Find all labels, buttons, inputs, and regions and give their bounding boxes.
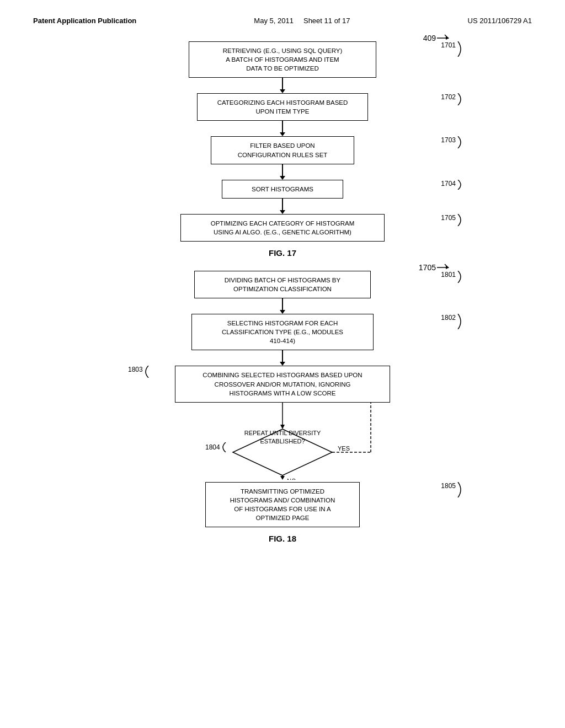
svg-text:YES: YES [338, 445, 350, 452]
step-row-1801: DIVIDING BATCH OF HISTOGRAMS BYOPTIMIZAT… [128, 271, 437, 298]
fig18-container: 1705 DIVIDING BATCH OF HISTOGRAMS BYOPTI… [128, 271, 437, 527]
header: Patent Application Publication May 5, 20… [33, 17, 532, 25]
svg-marker-12 [280, 476, 285, 480]
step-num-1701: 1701 [441, 41, 465, 57]
header-date: May 5, 2011 Sheet 11 of 17 [254, 17, 350, 25]
arrow-1701-1702 [128, 78, 437, 93]
step-row-1705: OPTIMIZING EACH CATEGORY OF HISTOGRAMUSI… [128, 214, 437, 242]
step-brace-1804 [220, 442, 228, 452]
step-row-1805: TRANSMITTING OPTIMIZEDHISTOGRAMS AND/ CO… [128, 482, 437, 527]
box-1801: DIVIDING BATCH OF HISTOGRAMS BYOPTIMIZAT… [194, 271, 371, 298]
step-row-1702: CATEGORIZING EACH HISTOGRAM BASEDUPON IT… [128, 93, 437, 121]
arrow-1702-1703 [128, 121, 437, 136]
step-num-1705: 1705 [441, 214, 465, 226]
step-num-1803: 1803 [128, 366, 151, 378]
box-1701: RETRIEVING (E.G., USING SQL QUERY)A BATC… [189, 41, 376, 78]
feedback-svg: YES NO [128, 403, 437, 480]
arrow-1703-1704 [128, 164, 437, 180]
arrow-1704-1705 [128, 199, 437, 214]
step-brace-1704 [456, 180, 465, 190]
step-num-1801: 1801 [441, 271, 465, 283]
fig17-container: 409 RETRIEVING (E.G., USING SQL QUERY)A … [128, 41, 437, 242]
fig17-label: FIG. 17 [33, 248, 532, 258]
fig18-label: FIG. 18 [33, 534, 532, 543]
svg-marker-3 [280, 425, 285, 429]
arrow-1801-1802 [128, 298, 437, 314]
fig18-diagram: 1705 DIVIDING BATCH OF HISTOGRAMS BYOPTI… [33, 271, 532, 543]
svg-text:NO: NO [287, 478, 296, 480]
step-num-1704: 1704 [441, 180, 465, 190]
header-left: Patent Application Publication [33, 17, 136, 25]
box-1705: OPTIMIZING EACH CATEGORY OF HISTOGRAMUSI… [180, 214, 385, 242]
fig17-diagram: 409 RETRIEVING (E.G., USING SQL QUERY)A … [33, 41, 532, 258]
step-num-1702: 1702 [441, 93, 465, 105]
step-num-1802: 1802 [441, 314, 465, 329]
step-brace-1703 [456, 136, 465, 148]
svg-marker-0 [446, 36, 449, 40]
page: Patent Application Publication May 5, 20… [0, 0, 565, 728]
feedback-section: YES NO [128, 403, 437, 480]
box-1802: SELECTING HISTOGRAM FOR EACHCLASSIFICATI… [191, 314, 374, 350]
box-1704: SORT HISTOGRAMS [222, 180, 343, 199]
step-brace-1803 [143, 366, 151, 378]
step-num-1805: 1805 [441, 482, 465, 497]
svg-marker-1 [446, 266, 449, 269]
step-row-1803: 1803 COMBINING SELECTED HISTOGRAMS BASED… [128, 366, 437, 402]
step-row-1802: SELECTING HISTOGRAM FOR EACHCLASSIFICATI… [128, 314, 437, 350]
arrow-1802-1803 [128, 350, 437, 366]
step-row-1703: FILTER BASED UPONCONFIGURATION RULES SET… [128, 136, 437, 164]
step-brace-1701 [456, 41, 465, 57]
step-brace-1802 [456, 314, 465, 329]
step-num-1804: 1804 [205, 442, 228, 452]
step-brace-1705 [456, 214, 465, 226]
header-right: US 2011/106729 A1 [468, 17, 532, 25]
box-1803: COMBINING SELECTED HISTOGRAMS BASED UPON… [175, 366, 390, 402]
step-brace-1702 [456, 93, 465, 105]
box-1702: CATEGORIZING EACH HISTOGRAM BASEDUPON IT… [197, 93, 368, 121]
step-brace-1805 [456, 482, 465, 497]
step-row-1704: SORT HISTOGRAMS 1704 [128, 180, 437, 199]
step-num-1703: 1703 [441, 136, 465, 148]
box-1805: TRANSMITTING OPTIMIZEDHISTOGRAMS AND/ CO… [205, 482, 360, 527]
step-row-1701: RETRIEVING (E.G., USING SQL QUERY)A BATC… [128, 41, 437, 78]
box-1703: FILTER BASED UPONCONFIGURATION RULES SET [211, 136, 354, 164]
svg-marker-4 [233, 429, 332, 475]
step-brace-1801 [456, 271, 465, 283]
